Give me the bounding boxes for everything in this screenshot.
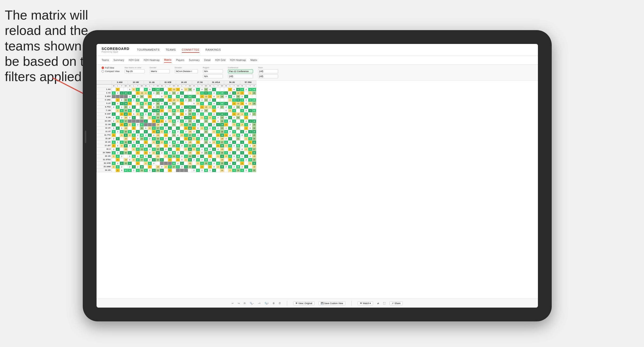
sub-nav-matrix2[interactable]: Matrix xyxy=(251,58,257,63)
matrix-cell: 1 xyxy=(176,137,180,141)
watch-button[interactable]: 👁 Watch ▾ xyxy=(358,301,373,305)
matrix-cell: 0 xyxy=(228,134,232,137)
matrix-cell xyxy=(184,102,188,105)
save-custom-button[interactable]: 💾 Save Custom View xyxy=(318,301,345,305)
matrix-cell: 1 xyxy=(184,148,188,151)
nav-committee[interactable]: COMMITTEE xyxy=(182,47,200,53)
matrix-cell: 0 xyxy=(168,165,172,169)
matrix-cell: 2 xyxy=(116,91,120,95)
zoom-reset-button[interactable]: −+ xyxy=(258,302,261,305)
matrix-cell: 6 xyxy=(220,165,224,169)
settings-button[interactable]: ⚙ xyxy=(273,302,275,305)
h-t8: T xyxy=(232,84,236,88)
matrix-cell: 1 xyxy=(224,134,228,137)
conference-select[interactable]: Pac-12 Conference (All) ACC Big Ten xyxy=(228,69,253,73)
matrix-cell: 0 xyxy=(144,98,148,102)
sub-nav-teams[interactable]: Teams xyxy=(102,58,109,63)
sub-nav-summary1[interactable]: Summary xyxy=(113,58,124,63)
matrix-cell: 2 xyxy=(248,144,252,148)
matrix-cell xyxy=(224,148,228,151)
matrix-cell: 0 xyxy=(128,158,132,162)
zoom-in-button[interactable]: 🔍+ xyxy=(265,302,269,305)
region-select2[interactable]: N/A xyxy=(203,74,223,78)
matrix-cell: 0 xyxy=(136,98,140,102)
redo-button[interactable]: ↪ xyxy=(238,302,240,305)
matrix-cell: 16 xyxy=(188,105,192,109)
matrix-cell: 1 xyxy=(160,88,164,91)
table-row: 5. UT121141157202262123310200214211-2110… xyxy=(97,102,256,105)
sub-nav-detail[interactable]: Detail xyxy=(204,58,211,63)
matrix-cell: 0 xyxy=(200,91,204,95)
matrix-cell: 2 xyxy=(148,88,152,91)
region-select[interactable]: N/A East West xyxy=(203,69,223,73)
h-t5: T xyxy=(184,84,188,88)
nav-rankings[interactable]: RANKINGS xyxy=(205,47,221,53)
matrix-cell: 1 xyxy=(184,105,188,109)
matrix-cell xyxy=(152,144,156,148)
matrix-cell: 1 xyxy=(240,141,244,144)
row-label: 22. UCB xyxy=(97,162,112,165)
matrix-cell xyxy=(124,165,128,169)
share-button[interactable]: ↗ Share xyxy=(389,301,403,305)
matrix-cell: 2 xyxy=(160,112,164,116)
compare-button[interactable]: ⇄ xyxy=(377,302,379,305)
matrix-cell: 1 xyxy=(160,98,164,102)
team-select2[interactable]: (All) xyxy=(258,74,278,78)
matrix-cell: 14 xyxy=(188,116,192,120)
matrix-scroll[interactable]: 3. ASU 10. UW 11. UA 22. UCB 24. UO 27. … xyxy=(97,81,538,299)
matrix-cell: 0 xyxy=(132,123,136,127)
division-select[interactable]: NCAA Division I NCAA Division II NCAA Di… xyxy=(175,69,198,73)
matrix-cell: 2 xyxy=(112,137,116,141)
view-original-button[interactable]: 👁 View: Original xyxy=(293,301,314,305)
refresh-button[interactable]: ⟳ xyxy=(244,302,246,305)
matrix-cell: 2 xyxy=(232,144,236,148)
max-teams-select[interactable]: Top 25 Top 50 All xyxy=(125,69,145,73)
zoom-out-button[interactable]: 🔍− xyxy=(250,302,254,305)
matrix-cell: 2 xyxy=(176,91,180,95)
matrix-cell xyxy=(160,155,164,158)
nav-teams[interactable]: TEAMS xyxy=(166,47,176,53)
matrix-cell: 0 xyxy=(168,144,172,148)
matrix-cell: 36 xyxy=(156,137,160,141)
matrix-cell: 2 xyxy=(196,134,200,137)
sub-nav-matrix1[interactable]: Matrix xyxy=(164,57,171,63)
matrix-cell: 27 xyxy=(172,165,176,169)
undo-button[interactable]: ↩ xyxy=(232,302,234,305)
matrix-cell: 45 xyxy=(220,91,224,95)
table-row: 1. AU10200214211-2110228202352110802048 xyxy=(97,88,256,91)
h-l5: L xyxy=(180,84,184,88)
h-l6: L xyxy=(196,84,200,88)
nav-tournaments[interactable]: TOURNAMENTS xyxy=(137,47,159,53)
matrix-cell: 2 xyxy=(192,120,196,123)
conference-select2[interactable]: (All) xyxy=(228,74,253,78)
team-select[interactable]: (All) xyxy=(258,69,278,73)
matrix-cell: 2 xyxy=(240,134,244,137)
gender-select[interactable]: Men's Women's xyxy=(150,69,170,73)
matrix-cell: 2 xyxy=(128,116,132,120)
sub-nav-summary2[interactable]: Summary xyxy=(189,58,200,63)
matrix-cell xyxy=(236,120,240,123)
matrix-cell xyxy=(224,158,228,162)
compact-view-radio[interactable]: Compact View xyxy=(102,70,120,73)
matrix-cell: 0 xyxy=(128,130,132,134)
matrix-cell: 27 xyxy=(252,112,256,116)
matrix-cell: 0 xyxy=(152,105,156,109)
matrix-cell xyxy=(112,88,116,91)
matrix-cell: 2 xyxy=(232,165,236,169)
sub-nav-h2h-grid1[interactable]: H2H Grid xyxy=(129,58,139,63)
sub-nav-h2h-grid2[interactable]: H2H Grid xyxy=(215,58,225,63)
sub-nav-players[interactable]: Players xyxy=(176,58,184,63)
sub-nav-h2h-heatmap2[interactable]: H2H Heatmap xyxy=(230,58,246,63)
timer-button[interactable]: ⏱ xyxy=(279,302,281,305)
matrix-cell: 0 xyxy=(192,134,196,137)
sub-nav-h2h-heatmap1[interactable]: H2H Heatmap xyxy=(144,58,159,63)
matrix-cell: 0 xyxy=(164,120,168,123)
full-view-radio[interactable]: Full View xyxy=(102,67,120,69)
matrix-cell: 1 xyxy=(148,95,152,98)
h-w4: W xyxy=(160,84,164,88)
matrix-cell: -21 xyxy=(220,169,224,172)
fullscreen-button[interactable]: ⛶ xyxy=(383,302,385,305)
matrix-cell: 1 xyxy=(180,91,184,95)
matrix-cell xyxy=(232,148,236,151)
matrix-cell: 1 xyxy=(144,109,148,112)
